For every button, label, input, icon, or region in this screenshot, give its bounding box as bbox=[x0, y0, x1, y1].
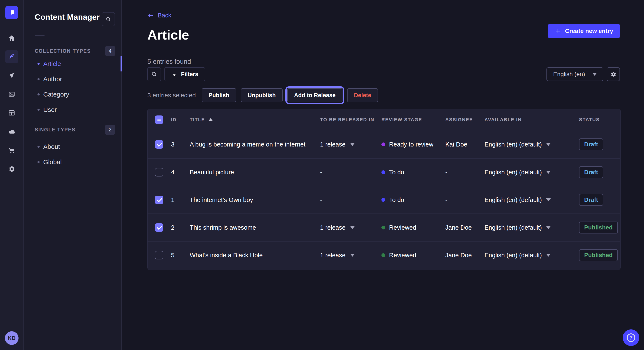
delete-button[interactable]: Delete bbox=[347, 88, 378, 102]
gear-icon bbox=[8, 166, 15, 173]
add-to-release-button[interactable]: Add to Release bbox=[287, 88, 342, 102]
entries-count-text: 5 entries found bbox=[147, 58, 191, 65]
cloud-icon bbox=[8, 128, 15, 135]
subnav-item[interactable]: Author bbox=[24, 71, 122, 87]
table-row[interactable]: 2 This shrimp is awesome 1 release Revie… bbox=[148, 213, 620, 241]
status-badge: Published bbox=[579, 249, 618, 261]
selected-count-text: 3 entries selected bbox=[147, 92, 196, 99]
header-available-in: AVAILABLE IN bbox=[484, 117, 579, 123]
release-chevron-down-icon[interactable] bbox=[350, 226, 355, 229]
strapi-logo bbox=[5, 6, 18, 19]
content-type-builder-button[interactable] bbox=[5, 106, 18, 120]
row-checkbox[interactable] bbox=[155, 251, 163, 259]
unpublish-button[interactable]: Unpublish bbox=[241, 88, 282, 102]
release-chevron-down-icon[interactable] bbox=[350, 254, 355, 257]
search-icon bbox=[151, 71, 158, 77]
paper-plane-icon bbox=[8, 72, 15, 79]
release-chevron-down-icon[interactable] bbox=[350, 143, 355, 146]
cell-released-in: - bbox=[320, 196, 382, 203]
subnav-item[interactable]: Article bbox=[24, 56, 122, 71]
cell-released-in: 1 release bbox=[320, 141, 382, 148]
header-id: ID bbox=[171, 117, 190, 123]
marketplace-button[interactable] bbox=[5, 144, 18, 157]
locale-chevron-down-icon[interactable] bbox=[546, 198, 551, 201]
table-row[interactable]: 1 The internet's Own boy - To do - Engli… bbox=[148, 186, 620, 213]
content-manager-button[interactable] bbox=[5, 50, 18, 63]
table-row[interactable]: 3 A bug is becoming a meme on the intern… bbox=[148, 131, 620, 158]
cell-available-in: English (en) (default) bbox=[484, 252, 579, 259]
subnav-item[interactable]: Global bbox=[24, 154, 122, 170]
cell-available-in: English (en) (default) bbox=[484, 169, 579, 176]
cell-assignee: Jane Doe bbox=[445, 252, 484, 259]
row-checkbox[interactable] bbox=[155, 196, 163, 204]
locale-select[interactable]: English (en) bbox=[546, 67, 603, 81]
cell-available-in: English (en) (default) bbox=[484, 141, 579, 148]
filters-button[interactable]: Filters bbox=[164, 67, 205, 81]
home-icon bbox=[8, 34, 15, 42]
subnav-item[interactable]: Category bbox=[24, 87, 122, 102]
toolbar: Filters English (en) bbox=[147, 67, 620, 81]
header-review-stage: REVIEW STAGE bbox=[382, 117, 445, 123]
subnav-item[interactable]: About bbox=[24, 139, 122, 154]
back-link[interactable]: Back bbox=[147, 12, 171, 19]
shopping-cart-icon bbox=[8, 147, 15, 154]
table-row[interactable]: 4 Beautiful picture - To do - English (e… bbox=[148, 158, 620, 186]
media-library-button[interactable] bbox=[5, 88, 18, 101]
row-checkbox[interactable] bbox=[155, 140, 163, 149]
status-badge: Draft bbox=[579, 166, 603, 178]
releases-button[interactable] bbox=[5, 69, 18, 82]
header-released-in: TO BE RELEASED IN bbox=[320, 117, 382, 123]
subnav-item-label: Category bbox=[43, 91, 69, 98]
select-all-checkbox[interactable] bbox=[155, 116, 163, 124]
rail-divider bbox=[0, 27, 24, 27]
create-new-entry-button[interactable]: Create new entry bbox=[548, 24, 620, 38]
subnav-divider bbox=[35, 35, 44, 35]
cell-title: A bug is becoming a meme on the internet bbox=[190, 141, 320, 148]
publish-button[interactable]: Publish bbox=[202, 88, 236, 102]
cell-released-in: 1 release bbox=[320, 252, 382, 259]
cell-id: 5 bbox=[171, 252, 190, 259]
table-body: 3 A bug is becoming a meme on the intern… bbox=[148, 131, 620, 269]
help-button[interactable]: ? bbox=[623, 329, 639, 346]
home-button[interactable] bbox=[5, 31, 18, 45]
deploy-cloud-button[interactable] bbox=[5, 125, 18, 138]
locale-chevron-down-icon[interactable] bbox=[546, 226, 551, 229]
cell-title: What's inside a Black Hole bbox=[190, 252, 320, 259]
stage-dot bbox=[382, 198, 385, 202]
cell-title: Beautiful picture bbox=[190, 169, 320, 176]
subnav-item[interactable]: User bbox=[24, 102, 122, 117]
locale-chevron-down-icon[interactable] bbox=[546, 143, 551, 146]
cell-id: 1 bbox=[171, 196, 190, 203]
bullet-icon bbox=[38, 161, 40, 163]
view-settings-button[interactable] bbox=[607, 67, 620, 81]
plus-icon bbox=[555, 28, 561, 34]
bullet-icon bbox=[38, 78, 40, 80]
question-mark-icon: ? bbox=[627, 334, 635, 342]
table-search-button[interactable] bbox=[147, 67, 161, 81]
bullet-icon bbox=[38, 63, 40, 65]
subnav-item-label: Global bbox=[43, 159, 62, 166]
table-header-row: ID TITLE TO BE RELEASED IN REVIEW STAGE … bbox=[148, 109, 620, 131]
sort-ascending-icon[interactable] bbox=[208, 118, 213, 121]
stage-dot bbox=[382, 226, 385, 229]
arrow-left-icon bbox=[147, 12, 154, 19]
subnav-search-button[interactable] bbox=[102, 12, 115, 26]
collection-types-list: Article Author Category User bbox=[24, 56, 122, 117]
settings-button[interactable] bbox=[5, 163, 18, 176]
row-checkbox[interactable] bbox=[155, 223, 163, 232]
user-avatar[interactable]: KD bbox=[5, 331, 18, 345]
locale-chevron-down-icon[interactable] bbox=[546, 171, 551, 174]
header-title: TITLE bbox=[190, 117, 205, 123]
chevron-down-icon bbox=[592, 73, 597, 76]
cell-review-stage: Ready to review bbox=[382, 141, 445, 148]
subnav-item-label: Article bbox=[43, 60, 61, 67]
content-manager-subnav: Content Manager COLLECTION TYPES 4 Artic… bbox=[24, 0, 122, 350]
locale-chevron-down-icon[interactable] bbox=[546, 254, 551, 257]
table-row[interactable]: 5 What's inside a Black Hole 1 release R… bbox=[148, 241, 620, 269]
row-checkbox[interactable] bbox=[155, 168, 163, 176]
single-types-count-badge: 2 bbox=[105, 125, 115, 135]
collection-types-count-badge: 4 bbox=[105, 46, 115, 56]
cell-released-in: 1 release bbox=[320, 224, 382, 231]
cell-released-in: - bbox=[320, 169, 382, 176]
status-badge: Published bbox=[579, 222, 618, 233]
